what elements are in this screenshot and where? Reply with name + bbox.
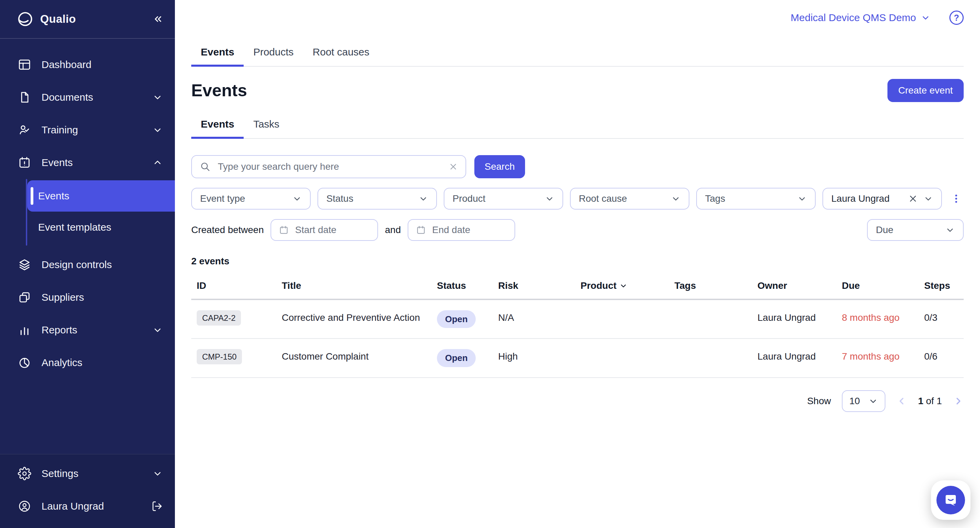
page-tabs: Events Products Root causes xyxy=(191,40,964,67)
bar-chart-icon xyxy=(18,323,31,337)
tab-root-causes[interactable]: Root causes xyxy=(303,40,379,66)
filter-label: Laura Ungrad xyxy=(831,193,889,204)
filter-label: Tags xyxy=(705,193,725,204)
page-size-value: 10 xyxy=(850,396,860,407)
cell-id: CAPA2-2 xyxy=(191,300,276,338)
chevron-down-icon xyxy=(924,194,933,204)
cell-title[interactable]: Customer Complaint xyxy=(276,339,431,377)
column-header-tags[interactable]: Tags xyxy=(669,272,752,299)
root-cause-filter[interactable]: Root cause xyxy=(570,188,689,210)
subtab-tasks[interactable]: Tasks xyxy=(243,111,289,138)
table-header: ID Title Status Risk Product Tags Owner … xyxy=(191,272,964,300)
status-filter[interactable]: Status xyxy=(318,188,437,210)
column-header-due[interactable]: Due xyxy=(837,272,919,299)
boxes-icon xyxy=(18,291,31,304)
filter-label: Status xyxy=(326,193,353,204)
sidebar-item-documents[interactable]: Documents xyxy=(0,81,175,114)
column-header-status[interactable]: Status xyxy=(431,272,493,299)
start-date-placeholder: Start date xyxy=(295,224,336,235)
sidebar: Qualio Dashboard Documents Training xyxy=(0,0,175,528)
main-content: Medical Device QMS Demo ? Events Product… xyxy=(175,0,980,528)
chevron-down-icon xyxy=(153,468,163,479)
tags-filter[interactable]: Tags xyxy=(696,188,816,210)
sidebar-item-label: Suppliers xyxy=(41,291,84,303)
search-row: Search xyxy=(191,155,964,178)
page-size-select[interactable]: 10 xyxy=(842,390,885,412)
more-filters-kebab-icon[interactable] xyxy=(949,189,964,208)
create-event-button[interactable]: Create event xyxy=(888,79,964,102)
start-date-input[interactable]: Start date xyxy=(270,219,378,241)
sidebar-item-label: Events xyxy=(41,157,73,169)
pagination: Show 10 1 of 1 xyxy=(191,390,964,412)
sidebar-item-settings[interactable]: Settings xyxy=(0,457,175,490)
chevron-down-icon xyxy=(153,125,163,135)
remove-filter-icon[interactable] xyxy=(908,194,918,204)
chevron-up-icon xyxy=(153,157,163,168)
sidebar-subitem-event-templates[interactable]: Event templates xyxy=(27,212,175,243)
due-filter[interactable]: Due xyxy=(867,219,964,241)
owner-filter[interactable]: Laura Ungrad xyxy=(822,188,942,210)
page-header: Events Create event xyxy=(191,79,964,102)
clear-icon[interactable] xyxy=(449,162,458,172)
cell-title[interactable]: Corrective and Preventive Action xyxy=(276,300,431,338)
app-window: Qualio Dashboard Documents Training xyxy=(0,0,980,528)
results-count: 2 events xyxy=(191,256,964,267)
tab-events[interactable]: Events xyxy=(191,40,243,66)
sidebar-item-design-controls[interactable]: Design controls xyxy=(0,248,175,281)
next-page-icon[interactable] xyxy=(953,396,964,407)
org-switcher[interactable]: Medical Device QMS Demo xyxy=(791,12,930,24)
sidebar-item-label: Reports xyxy=(41,324,77,336)
subtab-events[interactable]: Events xyxy=(191,111,243,138)
search-button[interactable]: Search xyxy=(474,155,525,178)
table-row[interactable]: CAPA2-2 Corrective and Preventive Action… xyxy=(191,300,964,339)
sidebar-subitem-label: Events xyxy=(38,190,69,202)
sidebar-item-label: Analytics xyxy=(41,357,82,369)
sidebar-item-reports[interactable]: Reports xyxy=(0,314,175,346)
cell-tags xyxy=(669,339,752,377)
cell-steps: 0/3 xyxy=(919,300,964,338)
tab-products[interactable]: Products xyxy=(243,40,303,66)
sidebar-item-label: Training xyxy=(41,124,78,136)
column-header-title[interactable]: Title xyxy=(276,272,431,299)
sidebar-collapse-icon[interactable] xyxy=(152,13,164,25)
org-name: Medical Device QMS Demo xyxy=(791,12,916,24)
sidebar-subitem-events[interactable]: Events xyxy=(27,180,175,212)
logout-icon[interactable] xyxy=(151,501,163,512)
filter-row: Event type Status Product Root cause Tag… xyxy=(191,188,964,210)
column-label: Product xyxy=(581,280,617,291)
sort-chevron-icon xyxy=(619,282,627,290)
sidebar-item-training[interactable]: Training xyxy=(0,114,175,146)
sidebar-item-events[interactable]: Events xyxy=(0,146,175,179)
cell-due: 8 months ago xyxy=(837,300,919,338)
cell-risk: High xyxy=(493,339,575,377)
table-row[interactable]: CMP-150 Customer Complaint Open High Lau… xyxy=(191,339,964,378)
column-header-risk[interactable]: Risk xyxy=(493,272,575,299)
chevron-down-icon xyxy=(921,13,930,22)
created-between-label: Created between xyxy=(191,224,264,235)
column-header-id[interactable]: ID xyxy=(191,272,276,299)
sidebar-item-dashboard[interactable]: Dashboard xyxy=(0,48,175,81)
current-page: 1 xyxy=(918,396,924,406)
cell-risk: N/A xyxy=(493,300,575,338)
product-filter[interactable]: Product xyxy=(444,188,563,210)
column-header-steps[interactable]: Steps xyxy=(919,272,964,299)
help-icon[interactable]: ? xyxy=(950,11,964,25)
page-total: of 1 xyxy=(926,396,942,406)
chat-launcher[interactable] xyxy=(931,480,970,520)
prev-page-icon[interactable] xyxy=(896,396,907,407)
show-label: Show xyxy=(807,396,831,407)
filter-label: Due xyxy=(876,224,893,235)
chevron-down-icon xyxy=(797,194,807,204)
event-type-filter[interactable]: Event type xyxy=(191,188,311,210)
gear-icon xyxy=(18,467,31,480)
column-header-product[interactable]: Product xyxy=(575,272,669,299)
column-header-owner[interactable]: Owner xyxy=(752,272,837,299)
chevron-down-icon xyxy=(545,194,554,204)
sidebar-item-analytics[interactable]: Analytics xyxy=(0,346,175,379)
cell-product xyxy=(575,339,669,377)
end-date-input[interactable]: End date xyxy=(408,219,515,241)
cell-owner: Laura Ungrad xyxy=(752,300,837,338)
search-input[interactable] xyxy=(216,161,443,173)
sidebar-item-user[interactable]: Laura Ungrad xyxy=(0,490,175,523)
sidebar-item-suppliers[interactable]: Suppliers xyxy=(0,281,175,314)
